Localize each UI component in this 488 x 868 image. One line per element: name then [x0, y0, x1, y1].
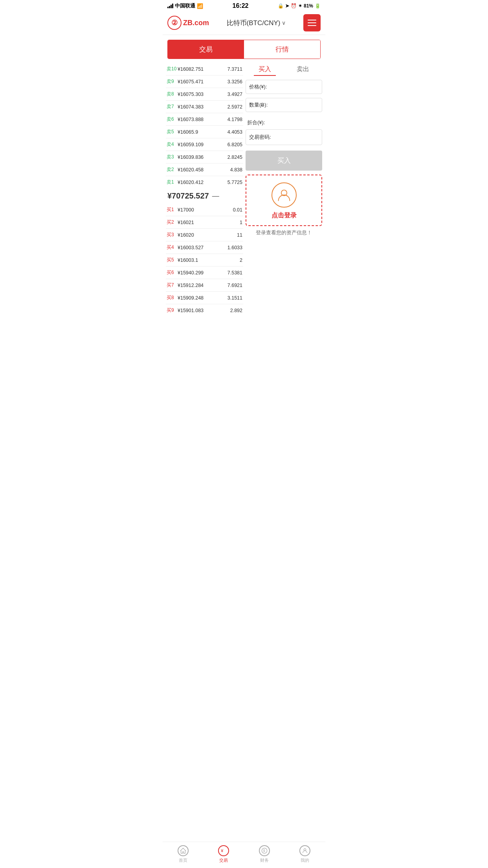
lock-icon: 🔒	[278, 3, 284, 9]
buy-qty: 2.892	[223, 308, 242, 313]
app-header: ② ZB.com 比特币(BTC/CNY) ∨	[163, 11, 325, 35]
right-panel: 买入 卖出 价格(¥): 数量(Ƀ): 折合(¥): 交易密码:	[246, 64, 322, 316]
login-prompt[interactable]: 点击登录	[246, 175, 322, 226]
sell-qty: 2.5972	[223, 104, 242, 110]
menu-line-2	[308, 22, 316, 23]
asset-info: 登录查看您的资产信息！	[246, 226, 322, 238]
tab-trade[interactable]: 交易	[168, 40, 244, 59]
buy-price: ¥16003.527	[177, 245, 223, 250]
sell-price: ¥16073.888	[177, 117, 223, 122]
buy-label: 买5	[167, 257, 177, 263]
buy-price: ¥15901.083	[177, 308, 223, 313]
buy-button[interactable]: 买入	[246, 151, 322, 171]
price-input[interactable]	[273, 83, 325, 90]
sell-label: 卖7	[167, 103, 177, 110]
sell-label: 卖1	[167, 179, 177, 186]
sell-qty: 4.838	[223, 167, 242, 173]
buy-orders: 买1 ¥17000 0.01 买2 ¥16021 1 买3 ¥16020 11 …	[166, 204, 243, 316]
menu-line-1	[308, 20, 316, 20]
sell-qty: 3.3256	[223, 79, 242, 85]
sell-order-row: 卖9 ¥16075.471 3.3256	[166, 76, 243, 87]
sell-order-row: 卖3 ¥16039.836 2.8245	[166, 152, 243, 162]
buy-order-row: 买5 ¥16003.1 2	[166, 255, 243, 265]
sell-price: ¥16074.383	[177, 104, 223, 110]
sell-qty: 2.8245	[223, 154, 242, 160]
buy-price: ¥17000	[177, 207, 223, 213]
sell-qty: 6.8205	[223, 142, 242, 147]
sell-price: ¥16059.109	[177, 142, 223, 147]
location-icon: ➤	[285, 3, 289, 9]
sell-qty: 3.4927	[223, 92, 242, 97]
buy-price: ¥16003.1	[177, 257, 223, 263]
sell-order-row: 卖5 ¥16065.9 4.4053	[166, 127, 243, 137]
password-input[interactable]	[273, 134, 325, 141]
buy-label: 买2	[167, 219, 177, 226]
logo-text: ZB.com	[183, 19, 209, 27]
qty-field-group: 数量(Ƀ):	[246, 98, 322, 112]
sell-qty: 7.3711	[223, 66, 242, 72]
user-svg	[277, 188, 291, 202]
sell-order-row: 卖1 ¥16020.412 5.7725	[166, 177, 243, 188]
buy-order-row: 买6 ¥15940.299 7.5381	[166, 267, 243, 278]
sell-label: 卖5	[167, 129, 177, 135]
chevron-down-icon: ∨	[282, 20, 286, 26]
buy-qty: 2	[223, 257, 242, 263]
sell-order-row: 卖7 ¥16074.383 2.5972	[166, 101, 243, 112]
buy-price: ¥15909.248	[177, 295, 223, 301]
buy-order-row: 买2 ¥16021 1	[166, 217, 243, 228]
time-display: 16:22	[233, 2, 249, 9]
buy-label: 买9	[167, 307, 177, 314]
current-price: ¥70725.527	[167, 191, 209, 200]
buy-order-row: 买4 ¥16003.527 1.6033	[166, 242, 243, 253]
buy-label: 买3	[167, 232, 177, 238]
sell-qty: 4.1798	[223, 117, 242, 122]
status-bar: 中国联通 📶 16:22 🔒 ➤ ⏰ ✴ 81% 🔋	[163, 0, 325, 11]
buy-qty: 7.5381	[223, 270, 242, 276]
sell-order-row: 卖4 ¥16059.109 6.8205	[166, 139, 243, 150]
price-indicator: —	[212, 192, 219, 200]
main-content: 卖10 ¥16082.751 7.3711 卖9 ¥16075.471 3.32…	[163, 64, 325, 316]
password-field-row: 交易密码:	[246, 129, 322, 145]
buy-qty: 7.6921	[223, 283, 242, 288]
tab-market[interactable]: 行情	[244, 40, 320, 59]
buy-qty: 0.01	[223, 207, 242, 213]
sell-order-row: 卖6 ¥16073.888 4.1798	[166, 114, 243, 125]
buy-qty: 1.6033	[223, 245, 242, 250]
sell-order-row: 卖2 ¥16020.458 4.838	[166, 164, 243, 175]
sell-price: ¥16020.458	[177, 167, 223, 173]
price-field-group: 价格(¥):	[246, 80, 322, 94]
sell-price: ¥16075.303	[177, 92, 223, 97]
sell-orders: 卖10 ¥16082.751 7.3711 卖9 ¥16075.471 3.32…	[166, 64, 243, 188]
menu-button[interactable]	[303, 14, 321, 31]
buy-sell-tabs: 买入 卖出	[246, 64, 322, 76]
price-label: 价格(¥):	[249, 83, 273, 90]
tab-buy[interactable]: 买入	[254, 64, 276, 76]
buy-order-row: 买7 ¥15912.284 7.6921	[166, 280, 243, 291]
tab-sell[interactable]: 卖出	[292, 64, 314, 76]
sell-label: 卖10	[167, 66, 177, 72]
buy-label: 买1	[167, 206, 177, 213]
sell-label: 卖8	[167, 91, 177, 97]
status-left: 中国联通 📶	[167, 2, 203, 9]
buy-label: 买6	[167, 269, 177, 276]
login-text: 点击登录	[272, 211, 297, 220]
sell-price: ¥16065.9	[177, 129, 223, 135]
sell-price: ¥16020.412	[177, 180, 223, 185]
main-tab-row: 交易 行情	[167, 40, 321, 59]
header-title[interactable]: 比特币(BTC/CNY) ∨	[227, 18, 286, 28]
buy-qty: 11	[223, 232, 242, 238]
sell-qty: 5.7725	[223, 180, 242, 185]
sell-label: 卖9	[167, 78, 177, 85]
battery-icon: 🔋	[315, 3, 321, 9]
sell-order-row: 卖8 ¥16075.303 3.4927	[166, 89, 243, 99]
qty-label: 数量(Ƀ):	[249, 101, 273, 108]
qty-input[interactable]	[273, 101, 325, 108]
total-label: 折合(¥):	[247, 119, 265, 126]
buy-price: ¥15940.299	[177, 270, 223, 276]
bluetooth-icon: ✴	[298, 3, 302, 9]
battery-label: 81%	[304, 3, 313, 9]
buy-order-row: 买3 ¥16020 11	[166, 230, 243, 240]
buy-price: ¥15912.284	[177, 283, 223, 288]
current-price-row: ¥70725.527 —	[166, 188, 243, 204]
qty-field-row: 数量(Ƀ):	[246, 98, 322, 112]
